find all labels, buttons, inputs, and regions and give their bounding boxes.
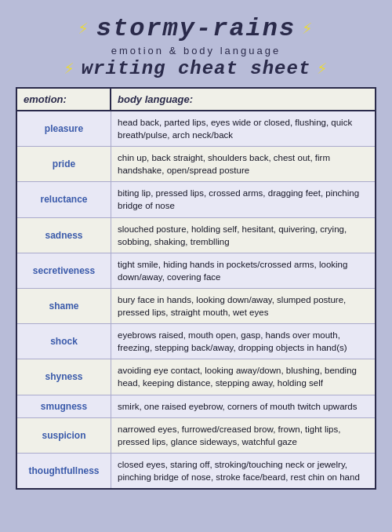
body-language-cell: bury face in hands, looking down/away, s… — [111, 289, 375, 323]
body-language-column-header: body language: — [111, 89, 375, 110]
table-row: thoughtfullnessclosed eyes, staring off,… — [17, 454, 375, 488]
table-row: smugnesssmirk, one raised eyebrow, corne… — [17, 395, 375, 418]
body-language-cell: narrowed eyes, furrowed/creased brow, fr… — [111, 418, 375, 453]
emotion-cell: suspicion — [17, 418, 111, 453]
body-language-cell: eyebrows raised, mouth open, gasp, hands… — [111, 324, 375, 359]
table-row: suspicionnarrowed eyes, furrowed/creased… — [17, 418, 375, 454]
table-row: pridechin up, back straight, shoulders b… — [17, 147, 375, 182]
emotion-cell: pride — [17, 147, 111, 181]
subtitle1: emotion & body language — [16, 45, 376, 56]
lightning-left-icon: ⚡ — [78, 18, 90, 39]
emotion-cell: thoughtfullness — [17, 454, 111, 488]
body-language-cell: slouched posture, holding self, hesitant… — [111, 218, 375, 253]
table-header: emotion: body language: — [17, 89, 375, 111]
emotion-cell: smugness — [17, 395, 111, 417]
emotion-cell: shame — [17, 289, 111, 323]
table-row: shamebury face in hands, looking down/aw… — [17, 289, 375, 324]
body-language-cell: avoiding eye contact, looking away/down,… — [111, 359, 375, 394]
emotion-cell: pleasure — [17, 111, 111, 146]
emotion-cell: shyness — [17, 359, 111, 394]
lightning-left2-icon: ⚡ — [64, 58, 74, 79]
emotion-cell: sadness — [17, 218, 111, 253]
body-language-cell: closed eyes, staring off, stroking/touch… — [111, 454, 375, 488]
table-body: pleasurehead back, parted lips, eyes wid… — [17, 111, 375, 488]
page-header: ⚡ stormy-rains ⚡ emotion & body language… — [0, 0, 392, 87]
subtitle2: ⚡ writing cheat sheet ⚡ — [16, 58, 376, 79]
table-row: shynessavoiding eye contact, looking awa… — [17, 359, 375, 395]
lightning-right-icon: ⚡ — [302, 18, 314, 39]
body-language-cell: tight smile, hiding hands in pockets/cro… — [111, 253, 375, 288]
emotion-column-header: emotion: — [17, 89, 111, 110]
table-row: reluctancebiting lip, pressed lips, cros… — [17, 182, 375, 217]
emotion-cell: shock — [17, 324, 111, 359]
table-row: secretivenesstight smile, hiding hands i… — [17, 253, 375, 289]
lightning-right2-icon: ⚡ — [317, 58, 328, 79]
table-row: shockeyebrows raised, mouth open, gasp, … — [17, 324, 375, 359]
cheat-sheet-table: emotion: body language: pleasurehead bac… — [16, 87, 376, 490]
body-language-cell: chin up, back straight, shoulders back, … — [111, 147, 375, 181]
body-language-cell: biting lip, pressed lips, crossed arms, … — [111, 182, 375, 217]
emotion-cell: reluctance — [17, 182, 111, 217]
emotion-cell: secretiveness — [17, 253, 111, 288]
main-title: ⚡ stormy-rains ⚡ — [16, 14, 376, 43]
body-language-cell: smirk, one raised eyebrow, corners of mo… — [111, 395, 375, 417]
body-language-cell: head back, parted lips, eyes wide or clo… — [111, 111, 375, 146]
table-row: sadnessslouched posture, holding self, h… — [17, 218, 375, 253]
table-row: pleasurehead back, parted lips, eyes wid… — [17, 111, 375, 147]
